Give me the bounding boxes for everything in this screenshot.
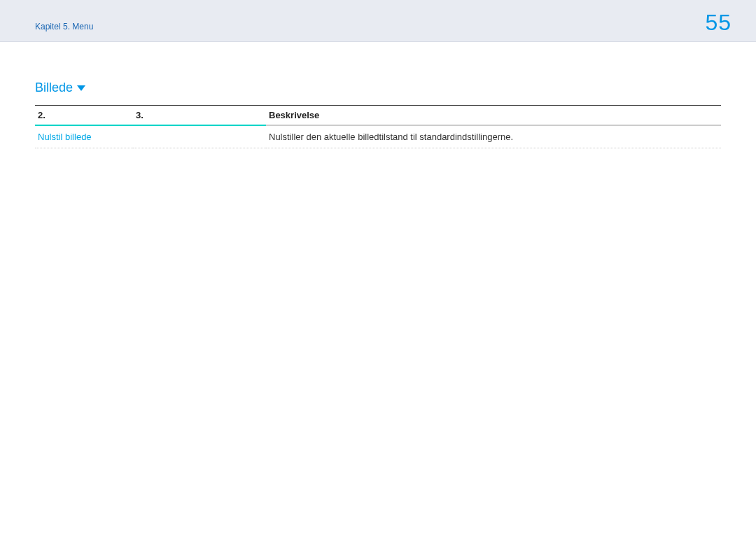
cell-description: Nulstiller den aktuelle billedtilstand t…	[266, 125, 721, 148]
header-col3: 3.	[133, 106, 266, 126]
table-row: Nulstil billede Nulstiller den aktuelle …	[35, 125, 721, 148]
chevron-down-icon	[77, 85, 85, 91]
breadcrumb: Kapitel 5. Menu	[35, 22, 93, 31]
content: Billede 2. 3. Beskrivelse Nulstil billed…	[0, 42, 756, 148]
page-number: 55	[705, 10, 732, 36]
header-col2: 2.	[35, 106, 133, 126]
menu-item-name: Nulstil billede	[35, 125, 133, 148]
table-header-row: 2. 3. Beskrivelse	[35, 106, 721, 126]
menu-table: 2. 3. Beskrivelse Nulstil billede Nulsti…	[35, 105, 721, 148]
header-description: Beskrivelse	[266, 106, 721, 126]
top-bar: Kapitel 5. Menu 55	[0, 0, 756, 42]
section-title: Billede	[35, 80, 721, 95]
section-title-text: Billede	[35, 80, 73, 95]
cell-col3	[133, 125, 266, 148]
